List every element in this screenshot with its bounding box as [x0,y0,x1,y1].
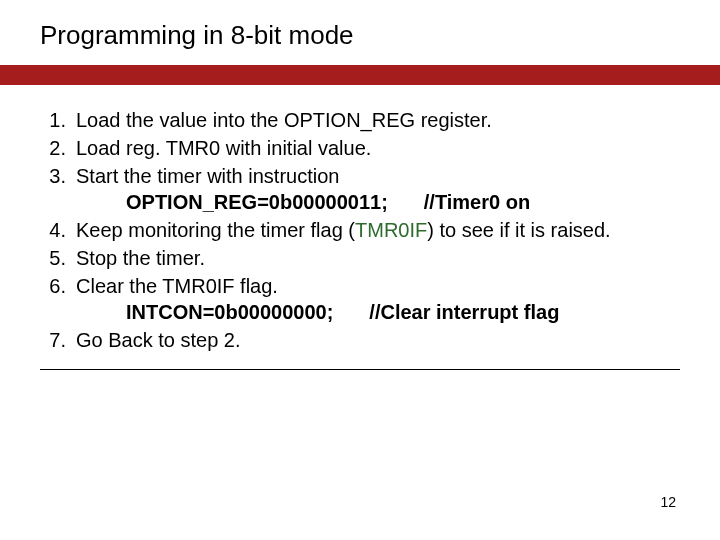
item-text: Start the timer with instruction OPTION_… [76,163,680,215]
item-number: 2. [40,135,76,161]
item-text: Load the value into the OPTION_REG regis… [76,107,680,133]
list-item: 5. Stop the timer. [40,245,680,271]
steps-list: 1. Load the value into the OPTION_REG re… [40,107,680,353]
item-number: 4. [40,217,76,243]
item-text: Stop the timer. [76,245,680,271]
list-item: 7. Go Back to step 2. [40,327,680,353]
slide-title: Programming in 8-bit mode [40,20,680,51]
list-item: 4. Keep monitoring the timer flag (TMR0I… [40,217,680,243]
item-number: 3. [40,163,76,215]
item-text-post: ) to see if it is raised. [427,219,610,241]
page-number: 12 [660,494,676,510]
title-underline-bar [0,65,720,85]
item-text-line: Clear the TMR0IF flag. [76,275,278,297]
list-item: 2. Load reg. TMR0 with initial value. [40,135,680,161]
item-text: Go Back to step 2. [76,327,680,353]
code-statement: INTCON=0b00000000; [126,301,333,323]
item-number: 1. [40,107,76,133]
item-text: Load reg. TMR0 with initial value. [76,135,680,161]
item-text: Keep monitoring the timer flag (TMR0IF) … [76,217,680,243]
list-item: 6. Clear the TMR0IF flag. INTCON=0b00000… [40,273,680,325]
item-number: 5. [40,245,76,271]
code-comment: //Clear interrupt flag [369,301,559,323]
code-comment: //Timer0 on [424,191,530,213]
code-line: OPTION_REG=0b00000011;//Timer0 on [76,191,530,213]
list-item: 3. Start the timer with instruction OPTI… [40,163,680,215]
item-text-pre: Keep monitoring the timer flag ( [76,219,355,241]
list-item: 1. Load the value into the OPTION_REG re… [40,107,680,133]
slide-content: 1. Load the value into the OPTION_REG re… [40,107,680,370]
item-text: Clear the TMR0IF flag. INTCON=0b00000000… [76,273,680,325]
code-statement: OPTION_REG=0b00000011; [126,191,388,213]
code-line: INTCON=0b00000000;//Clear interrupt flag [76,301,559,323]
flag-name: TMR0IF [355,219,427,241]
item-number: 7. [40,327,76,353]
bottom-divider [40,369,680,370]
item-text-line: Start the timer with instruction [76,165,339,187]
item-number: 6. [40,273,76,325]
